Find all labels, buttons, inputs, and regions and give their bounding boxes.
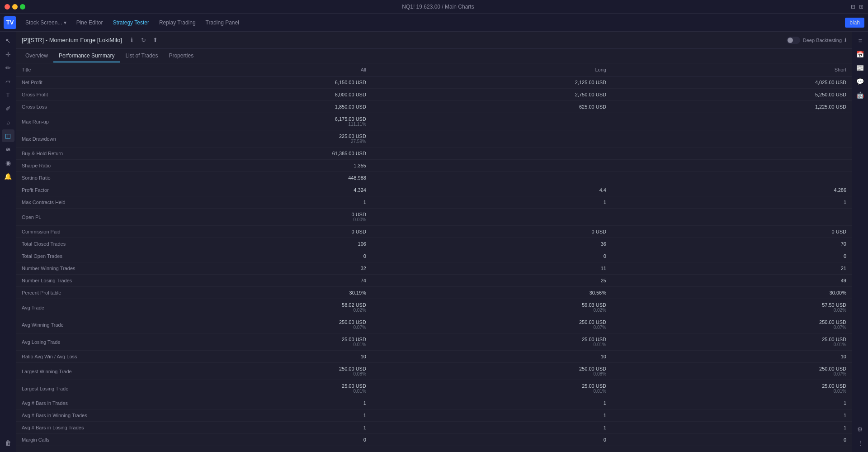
- content-area: [P][STR] - Momentum Forge [LokiMilo] ℹ ↻…: [16, 32, 852, 452]
- cell-title: Number Winning Trades: [16, 262, 116, 275]
- cell-title: Max Contracts Held: [16, 196, 116, 209]
- cell-title: Gross Profit: [16, 89, 116, 101]
- indicator-icon[interactable]: ≋: [2, 143, 14, 156]
- cell-short: 1: [612, 196, 852, 209]
- cell-short: 1,225.00 USD: [612, 101, 852, 113]
- cursor-icon[interactable]: ↖: [2, 34, 14, 47]
- pencil-icon[interactable]: ✏: [2, 62, 14, 74]
- nav-replay-trading[interactable]: Replay Trading: [155, 18, 200, 28]
- tab-properties[interactable]: Properties: [163, 50, 199, 62]
- cell-all: 250.00 USD0.08%: [116, 363, 372, 380]
- cell-title: Total Open Trades: [16, 250, 116, 262]
- table-row: Total Open Trades000: [16, 250, 852, 262]
- cell-title: Avg # Bars in Losing Trades: [16, 422, 116, 434]
- cell-all: 1.355: [116, 160, 372, 172]
- cell-all: 1: [116, 422, 372, 434]
- nav-stock-screener[interactable]: Stock Screen... ▾: [21, 18, 71, 28]
- cell-long: 4.4: [372, 184, 612, 196]
- cell-short: 1: [612, 409, 852, 422]
- table-row: Sharpe Ratio1.355: [16, 160, 852, 172]
- cell-long: 25: [372, 275, 612, 287]
- cell-short: 0: [612, 250, 852, 262]
- tab-overview[interactable]: Overview: [20, 50, 53, 62]
- cell-short: [612, 172, 852, 184]
- close-window-button[interactable]: [5, 4, 10, 10]
- calendar-icon[interactable]: 📅: [854, 48, 867, 61]
- cell-all: 61,385.00 USD: [116, 147, 372, 160]
- bot-icon[interactable]: 🤖: [854, 89, 867, 101]
- tab-performance-summary[interactable]: Performance Summary: [53, 50, 120, 62]
- more-icon[interactable]: ⋮: [854, 437, 867, 449]
- search-icon[interactable]: ⌕: [2, 116, 14, 128]
- chart-active-icon[interactable]: ◫: [2, 129, 14, 142]
- cell-all: 1,850.00 USD: [116, 101, 372, 113]
- cell-short: [612, 130, 852, 147]
- export-icon[interactable]: ⬆: [151, 36, 160, 45]
- cell-short: 0: [612, 434, 852, 446]
- cell-short: 1: [612, 422, 852, 434]
- cell-short: 21: [612, 262, 852, 275]
- main-layout: ↖ ✛ ✏ ▱ T ✐ ⌕ ◫ ≋ ◉ 🔔 🗑 [P][STR] - Momen…: [0, 32, 868, 452]
- tab-list-of-trades[interactable]: List of Trades: [120, 50, 163, 62]
- eye-icon[interactable]: ◉: [2, 157, 14, 169]
- cell-long: [372, 160, 612, 172]
- cell-long: 1: [372, 422, 612, 434]
- strategy-script-name: [P][STR] - Momentum Forge [LokiMilo]: [22, 37, 122, 43]
- cell-title: Ratio Avg Win / Avg Loss: [16, 351, 116, 363]
- table-header-row: Title All Long Short: [16, 63, 852, 76]
- minimize-window-button[interactable]: [12, 4, 18, 10]
- refresh-icon[interactable]: ↻: [139, 36, 148, 45]
- crosshair-icon[interactable]: ✛: [2, 48, 14, 61]
- deep-backtesting-label: Deep Backtesting: [803, 38, 842, 43]
- table-row: Avg Losing Trade25.00 USD0.01%25.00 USD0…: [16, 333, 852, 351]
- cell-short: 10: [612, 351, 852, 363]
- window-control-icon2[interactable]: ⊞: [859, 4, 863, 10]
- cell-title: Avg # Bars in Winning Trades: [16, 409, 116, 422]
- chat-icon[interactable]: 💬: [854, 75, 867, 88]
- draw-icon[interactable]: ✐: [2, 102, 14, 115]
- shapes-icon[interactable]: ▱: [2, 75, 14, 88]
- cell-long: 0: [372, 434, 612, 446]
- deep-backtesting-control: Deep Backtesting ℹ: [787, 37, 846, 44]
- deep-backtesting-info-icon[interactable]: ℹ: [844, 37, 846, 43]
- cell-all: 4.324: [116, 184, 372, 196]
- table-row: Ratio Avg Win / Avg Loss101010: [16, 351, 852, 363]
- nav-trading-panel[interactable]: Trading Panel: [201, 18, 244, 28]
- header-icons: ℹ ↻ ⬆: [127, 36, 160, 45]
- cell-long: 11: [372, 262, 612, 275]
- table-row: Sortino Ratio448.988: [16, 172, 852, 184]
- window-control-icon[interactable]: ⊟: [851, 4, 855, 10]
- cell-long: 2,750.00 USD: [372, 89, 612, 101]
- nav-pine-editor[interactable]: Pine Editor: [72, 18, 108, 28]
- watchlist-icon[interactable]: ≡: [854, 34, 867, 47]
- cell-long: 25.00 USD0.01%: [372, 333, 612, 351]
- cell-title: Commission Paid: [16, 226, 116, 238]
- nav-strategy-tester[interactable]: Strategy Tester: [108, 18, 153, 28]
- cell-short: 0 USD: [612, 226, 852, 238]
- cell-long: 25.00 USD0.01%: [372, 380, 612, 397]
- table-row: Total Closed Trades1063670: [16, 238, 852, 250]
- performance-table-container[interactable]: Title All Long Short Net Profit6,150.00 …: [16, 63, 852, 452]
- info-icon[interactable]: ℹ: [127, 36, 137, 45]
- cell-all: 58.02 USD0.02%: [116, 299, 372, 316]
- app-logo: TV: [4, 16, 16, 29]
- cell-long: 625.00 USD: [372, 101, 612, 113]
- cell-long: 250.00 USD0.08%: [372, 363, 612, 380]
- settings-icon[interactable]: ⚙: [854, 423, 867, 436]
- user-button[interactable]: blah: [845, 18, 864, 28]
- cell-short: 49: [612, 275, 852, 287]
- table-row: Commission Paid0 USD0 USD0 USD: [16, 226, 852, 238]
- trash-icon[interactable]: 🗑: [2, 437, 14, 449]
- maximize-window-button[interactable]: [20, 4, 25, 10]
- cell-long: 59.03 USD0.02%: [372, 299, 612, 316]
- col-header-long: Long: [372, 63, 612, 76]
- cell-short: 30.00%: [612, 287, 852, 299]
- alert-icon[interactable]: 🔔: [2, 170, 14, 183]
- deep-backtesting-toggle[interactable]: [787, 37, 800, 44]
- cell-all: 30.19%: [116, 287, 372, 299]
- cell-title: Net Profit: [16, 76, 116, 89]
- cell-all: 1: [116, 397, 372, 409]
- cell-short: 4,025.00 USD: [612, 76, 852, 89]
- news-icon[interactable]: 📰: [854, 62, 867, 74]
- text-icon[interactable]: T: [2, 89, 14, 101]
